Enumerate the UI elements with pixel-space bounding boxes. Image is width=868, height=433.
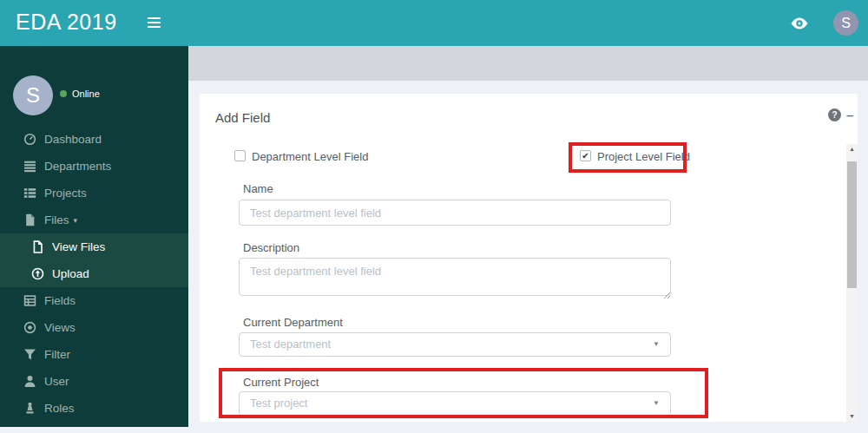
sidebar-item-label: Upload xyxy=(52,267,89,280)
chess-piece-icon xyxy=(23,402,36,415)
user-status: Online xyxy=(60,89,100,99)
upload-circle-icon xyxy=(31,267,44,280)
annotation-box-current-project xyxy=(219,368,708,418)
annotation-box-project-level-field xyxy=(569,142,687,173)
online-dot-icon xyxy=(60,90,67,97)
sidebar-item-label: Views xyxy=(44,321,76,334)
sidebar: S Online Dashboard Departments xyxy=(0,46,188,427)
scroll-down-icon[interactable]: ▼ xyxy=(846,411,858,422)
add-field-panel: Add Field ? – Department Level Field ✔ P… xyxy=(200,94,858,422)
dot-circle-icon xyxy=(23,321,36,334)
help-icon[interactable]: ? xyxy=(828,108,841,121)
sidebar-item-roles[interactable]: Roles xyxy=(0,395,188,422)
sidebar-item-filter[interactable]: Filter xyxy=(0,341,188,368)
department-level-label: Department Level Field xyxy=(252,150,368,163)
top-navbar: EDA 2019 S xyxy=(0,0,868,46)
list-icon xyxy=(23,160,36,173)
sidebar-item-label: Departments xyxy=(44,160,111,173)
sidebar-item-projects[interactable]: Projects xyxy=(0,180,188,207)
application-window: EDA 2019 S S Online Dashboard xyxy=(0,0,868,433)
files-submenu: View Files Upload xyxy=(0,233,188,287)
department-level-checkbox[interactable] xyxy=(234,150,246,161)
panel-title: Add Field xyxy=(215,110,270,125)
panel-scrollbar[interactable]: ▲ ▼ xyxy=(846,144,858,422)
sidebar-item-view-files[interactable]: View Files xyxy=(0,233,188,260)
caret-down-icon: ▼ xyxy=(653,333,660,356)
sidebar-item-label: User xyxy=(44,375,69,388)
file-outline-icon xyxy=(31,240,44,253)
list-detail-icon xyxy=(23,187,36,200)
sidebar-item-label: View Files xyxy=(52,240,105,253)
table-icon xyxy=(23,294,36,307)
minimize-icon[interactable]: – xyxy=(846,108,857,121)
sidebar-item-departments[interactable]: Departments xyxy=(0,153,188,180)
sidebar-item-label: Roles xyxy=(44,402,75,415)
breadcrumb-bar xyxy=(188,46,868,81)
sidebar-item-dashboard[interactable]: Dashboard xyxy=(0,126,188,153)
name-label: Name xyxy=(243,182,273,195)
status-label: Online xyxy=(72,89,100,99)
current-department-select[interactable]: Test department ▼ xyxy=(239,332,671,357)
sidebar-item-label: Fields xyxy=(44,294,76,307)
sidebar-item-views[interactable]: Views xyxy=(0,314,188,341)
sidebar-avatar: S xyxy=(13,75,53,115)
filter-icon xyxy=(23,348,36,361)
level-checkbox-row: Department Level Field ✔ Project Level F… xyxy=(200,149,858,165)
resize-grip-icon[interactable] xyxy=(663,287,671,295)
tachometer-icon xyxy=(23,133,36,146)
current-department-value: Test department xyxy=(250,338,331,351)
sidebar-menu: Dashboard Departments Projects Files xyxy=(0,126,188,422)
sidebar-item-label: Dashboard xyxy=(44,133,102,146)
current-department-label: Current Department xyxy=(243,316,343,329)
sidebar-item-upload[interactable]: Upload xyxy=(0,260,188,287)
sidebar-item-label: Filter xyxy=(44,348,70,361)
scrollbar-thumb[interactable] xyxy=(847,161,857,288)
description-label: Description xyxy=(243,241,299,254)
eye-icon[interactable] xyxy=(789,16,810,30)
app-title[interactable]: EDA 2019 xyxy=(16,10,117,35)
sidebar-item-label: Projects xyxy=(44,187,87,200)
sidebar-item-fields[interactable]: Fields xyxy=(0,287,188,314)
file-icon xyxy=(23,213,36,226)
user-avatar[interactable]: S xyxy=(833,10,858,36)
sidebar-item-files[interactable]: Files ▾ xyxy=(0,207,188,233)
scroll-up-icon[interactable]: ▲ xyxy=(846,144,858,154)
user-icon xyxy=(23,375,36,388)
description-textarea[interactable] xyxy=(239,258,671,296)
hamburger-menu-icon[interactable] xyxy=(148,17,161,30)
sidebar-item-user[interactable]: User xyxy=(0,368,188,395)
sidebar-item-label: Files xyxy=(44,213,69,226)
name-input[interactable] xyxy=(239,200,671,226)
chevron-down-icon: ▾ xyxy=(74,216,78,225)
